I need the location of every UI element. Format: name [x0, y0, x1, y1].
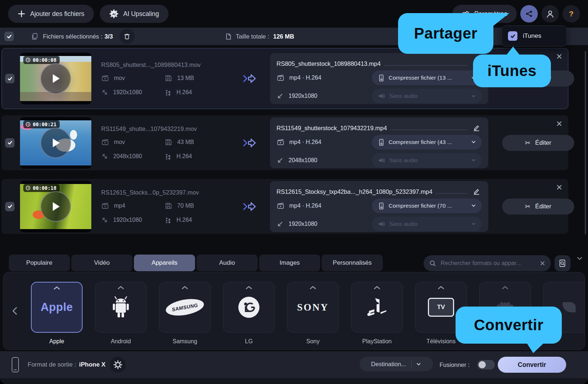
device-card-sony[interactable]: SONY [287, 282, 339, 333]
window-bottom-edge [0, 378, 588, 384]
check-icon [7, 76, 13, 81]
account-button[interactable] [541, 5, 559, 23]
video-thumbnail[interactable]: 00:00:21 [20, 117, 91, 169]
scissors-icon: ✂ [525, 139, 531, 147]
output-resolution: 1920x1080 [277, 92, 369, 100]
tab-images[interactable]: Images [259, 255, 320, 271]
pencil-icon [472, 187, 481, 195]
zip-icon [377, 139, 385, 146]
output-filename: RS12615_Stocksy_txp42ba..._h264_1080p_52… [277, 188, 432, 195]
video-file-icon [101, 74, 109, 82]
output-resolution: 1920x1080 [277, 220, 369, 228]
clear-search-button[interactable] [540, 261, 545, 266]
gear-icon [114, 360, 122, 369]
remove-file-button[interactable] [555, 183, 564, 192]
resize-icon [101, 153, 108, 160]
remove-file-button[interactable] [555, 119, 564, 128]
dotted-leader [436, 193, 467, 194]
share-menu-item-itunes[interactable]: iTunes [523, 32, 541, 40]
audio-dropdown[interactable]: Sans audio [372, 217, 482, 231]
tab-personnalises[interactable]: Personnalisés [322, 255, 383, 271]
play-icon [51, 201, 61, 212]
share-icon [525, 9, 533, 18]
edit-button[interactable]: ✂ Éditer [502, 135, 574, 151]
convert-arrow-icon [242, 201, 257, 212]
tab-appareils[interactable]: Appareils [134, 255, 195, 271]
scrollbar[interactable] [585, 51, 586, 235]
output-panel: RS805_shutterstock_1089880413.mp4 mp4 · … [270, 53, 488, 104]
duration-text: 00:00:21 [33, 121, 56, 127]
document-icon [225, 33, 232, 40]
file-checkbox[interactable] [5, 138, 15, 148]
device-card-samsung[interactable]: SAMSUNG [159, 282, 211, 333]
toolbar-left: Ajouter des fichiers AI AI Upscaling [8, 5, 168, 23]
app-window: Ajouter des fichiers AI AI Upscaling [0, 0, 588, 384]
destination-button[interactable]: Destination... [359, 357, 433, 371]
share-button[interactable] [520, 5, 538, 23]
check-icon [7, 140, 13, 145]
itunes-checkbox[interactable] [508, 31, 517, 41]
output-details: mp4 · H.264 Compresser fichier (43 ... 2… [277, 135, 482, 168]
file-checkbox[interactable] [5, 74, 15, 83]
play-button[interactable] [40, 191, 71, 222]
edit-button[interactable]: ✂ Éditer [502, 199, 574, 215]
callout-partager: Partager [398, 13, 493, 54]
compress-dropdown[interactable]: Compresser fichier (13 ... [372, 71, 482, 85]
iphone-icon [11, 357, 20, 373]
output-resolution: 2048x1080 [277, 157, 369, 164]
ai-upscaling-button[interactable]: AI AI Upscaling [100, 5, 168, 23]
remove-file-button[interactable] [555, 52, 564, 61]
device-lg: LG [223, 282, 275, 345]
video-file-icon [277, 138, 285, 146]
video-file-icon [277, 74, 285, 82]
check-icon [7, 204, 13, 209]
convert-button[interactable]: Convertir [498, 357, 566, 373]
close-icon [556, 121, 562, 127]
play-button[interactable] [40, 63, 71, 94]
delete-files-button[interactable] [119, 29, 135, 44]
select-all-checkbox[interactable] [4, 32, 14, 41]
preset-search-button[interactable] [555, 255, 571, 271]
file-checkbox[interactable] [5, 202, 15, 211]
check-icon [510, 33, 516, 39]
search-input[interactable] [440, 260, 536, 267]
device-card-playstation[interactable] [351, 282, 403, 333]
scroll-left-button[interactable] [9, 303, 21, 319]
source-details: mp4 70 MB 1920x1080 H.264 [101, 202, 240, 224]
video-thumbnail[interactable]: 00:00:08 [20, 53, 91, 104]
device-logo-icon [559, 297, 579, 317]
compress-dropdown[interactable]: Compresser fichier (43 ... [372, 135, 482, 149]
format-settings-button[interactable] [110, 357, 126, 373]
source-size: 13 MB [164, 74, 240, 82]
trash-icon [123, 33, 131, 40]
tab-audio[interactable]: Audio [196, 255, 258, 271]
device-card-apple[interactable]: Apple [31, 282, 83, 333]
check-icon [7, 34, 12, 39]
tab-video[interactable]: Vidéo [71, 255, 132, 271]
audio-dropdown[interactable]: Sans audio [372, 89, 482, 103]
rename-button[interactable] [471, 122, 482, 132]
merge-toggle[interactable] [477, 360, 495, 369]
source-codec: H.264 [164, 89, 240, 96]
help-button[interactable]: ? [563, 5, 580, 23]
play-button[interactable] [40, 128, 71, 158]
rename-button[interactable] [471, 186, 482, 195]
zip-icon [377, 74, 385, 81]
dotted-leader [390, 129, 467, 130]
save-icon [164, 74, 172, 82]
compress-dropdown[interactable]: Compresser fichier (70 ... [372, 199, 482, 213]
add-files-button[interactable]: Ajouter des fichiers [8, 5, 94, 23]
duration-badge: 00:00:18 [23, 184, 60, 192]
source-resolution: 1920x1080 [101, 89, 164, 96]
device-card-lg[interactable] [223, 282, 275, 333]
device-card-android[interactable] [95, 282, 147, 333]
collapse-panel-button[interactable] [574, 253, 585, 264]
clock-icon [25, 57, 31, 63]
device-label: LG [223, 338, 275, 345]
video-thumbnail[interactable]: 00:00:18 [20, 181, 91, 232]
audio-dropdown[interactable]: Sans audio [372, 153, 482, 168]
chevron-down-icon [471, 139, 476, 145]
tab-populaire[interactable]: Populaire [9, 255, 70, 271]
source-details: mov 13 MB 1920x1080 H.264 [101, 74, 240, 96]
clock-icon [25, 122, 31, 127]
